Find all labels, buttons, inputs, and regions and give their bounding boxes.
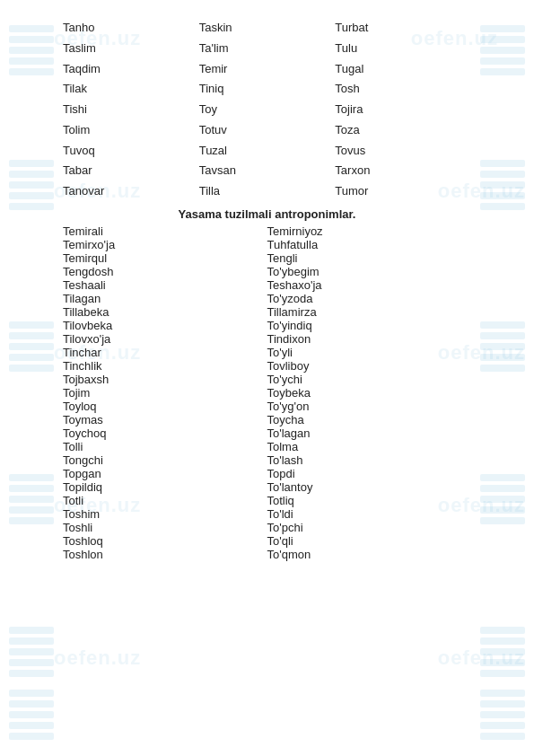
- watermark-logo-br3: [471, 620, 534, 685]
- list-item: Temirali: [63, 224, 267, 238]
- list-item: Tongchi: [63, 453, 267, 467]
- main-content: Tanho Taslim Taqdim Tilak Tishi Tolim Tu…: [0, 9, 534, 570]
- svg-rect-58: [480, 722, 525, 729]
- list-item: To'ychi: [267, 373, 472, 386]
- top-col-2: Taskin Ta'lim Temir Tiniq Toy Totuv Tuza…: [199, 18, 336, 202]
- list-item: Toshim: [63, 507, 267, 521]
- bottom-two-columns: Temirali Temirxo'ja Temirqul Tengdosh Te…: [63, 224, 471, 561]
- svg-rect-45: [480, 627, 525, 634]
- section-header: Yasama tuzilmali antroponimlar.: [63, 207, 471, 221]
- list-item: Tuvoq: [63, 141, 199, 162]
- list-item: Taqdim: [63, 59, 199, 80]
- list-item: Temirxo'ja: [63, 238, 267, 251]
- list-item: Tolma: [267, 440, 472, 453]
- list-item: Taslim: [63, 39, 199, 59]
- list-item: To'yg'on: [267, 400, 472, 413]
- svg-rect-48: [480, 659, 525, 666]
- list-item: Tillabeka: [63, 305, 267, 319]
- list-item: Tosh: [335, 79, 471, 100]
- list-item: Temirqul: [63, 251, 267, 265]
- list-item: Temir: [199, 59, 336, 80]
- list-item: Teshaxo'ja: [267, 278, 472, 292]
- list-item: Tuhfatulla: [267, 238, 472, 251]
- list-item: Tilovbeka: [63, 319, 267, 332]
- list-item: Tiniq: [199, 79, 336, 100]
- list-item: Totli: [63, 494, 267, 507]
- list-item: Toycha: [267, 413, 472, 426]
- list-item: Teshaali: [63, 278, 267, 292]
- svg-rect-51: [9, 700, 54, 708]
- list-item: Tarxon: [335, 161, 471, 181]
- svg-rect-40: [9, 627, 54, 634]
- list-item: Tavsan: [199, 161, 336, 181]
- list-item: Topgan: [63, 467, 267, 480]
- list-item: Tovus: [335, 141, 471, 162]
- list-item: Tojira: [335, 100, 471, 120]
- list-item: Tovliboy: [267, 359, 472, 373]
- list-item: Tindixon: [267, 332, 472, 346]
- list-item: Tanovar: [63, 181, 199, 202]
- list-item: Tumor: [335, 181, 471, 202]
- list-item: Topildiq: [63, 480, 267, 494]
- svg-rect-55: [480, 690, 525, 697]
- svg-rect-42: [9, 648, 54, 655]
- svg-rect-50: [9, 690, 54, 697]
- top-col-3: Turbat Tulu Tugal Tosh Tojira Toza Tovus…: [335, 18, 471, 202]
- top-three-columns: Tanho Taslim Taqdim Tilak Tishi Tolim Tu…: [63, 18, 471, 202]
- svg-rect-56: [480, 700, 525, 708]
- list-item: Tolli: [63, 440, 267, 453]
- svg-rect-52: [9, 711, 54, 718]
- list-item: Toy: [199, 100, 336, 120]
- svg-rect-47: [480, 648, 525, 655]
- list-item: Tojim: [63, 386, 267, 400]
- list-item: Toymas: [63, 413, 267, 426]
- list-item: To'yli: [267, 346, 472, 359]
- list-item: Tuzal: [199, 141, 336, 162]
- list-item: Tinchlik: [63, 359, 267, 373]
- svg-rect-57: [480, 711, 525, 718]
- list-item: To'lagan: [267, 426, 472, 440]
- list-item: Tanho: [63, 18, 199, 39]
- list-item: To'lash: [267, 453, 472, 467]
- list-item: Tishi: [63, 100, 199, 120]
- list-item: Tojbaxsh: [63, 373, 267, 386]
- list-item: Toshli: [63, 521, 267, 534]
- bottom-col-1: Temirali Temirxo'ja Temirqul Tengdosh Te…: [63, 224, 267, 561]
- list-item: Topdi: [267, 467, 472, 480]
- list-item: To'pchi: [267, 521, 472, 534]
- list-item: Taskin: [199, 18, 336, 39]
- list-item: Toza: [335, 120, 471, 141]
- list-item: Tilovxo'ja: [63, 332, 267, 346]
- svg-rect-43: [9, 659, 54, 666]
- svg-rect-44: [9, 670, 54, 677]
- list-item: To'ldi: [267, 507, 472, 521]
- page: oefen.uz oefen.uz oefen.uz oefen.uz oefe…: [0, 0, 534, 756]
- list-item: Turbat: [335, 18, 471, 39]
- list-item: Tabar: [63, 161, 199, 181]
- list-item: Temirniyoz: [267, 224, 472, 238]
- list-item: Tolim: [63, 120, 199, 141]
- watermark-text-bbl: oefen.uz: [54, 646, 141, 670]
- list-item: Toshloq: [63, 534, 267, 548]
- list-item: To'lantoy: [267, 480, 472, 494]
- svg-rect-46: [480, 637, 525, 645]
- list-item: Tilagan: [63, 292, 267, 305]
- list-item: Tinchar: [63, 346, 267, 359]
- top-col-1: Tanho Taslim Taqdim Tilak Tishi Tolim Tu…: [63, 18, 199, 202]
- list-item: Tilak: [63, 79, 199, 100]
- watermark-logo-bl4: [0, 682, 63, 748]
- svg-rect-59: [480, 733, 525, 740]
- list-item: Tengdosh: [63, 265, 267, 278]
- list-item: Tillamirza: [267, 305, 472, 319]
- list-item: To'qmon: [267, 548, 472, 561]
- svg-rect-41: [9, 637, 54, 645]
- svg-rect-53: [9, 722, 54, 729]
- list-item: To'yindiq: [267, 319, 472, 332]
- list-item: Toyloq: [63, 400, 267, 413]
- list-item: To'ybegim: [267, 265, 472, 278]
- list-item: Tengli: [267, 251, 472, 265]
- watermark-logo-bl3: [0, 620, 63, 685]
- list-item: Tugal: [335, 59, 471, 80]
- svg-rect-54: [9, 733, 54, 740]
- list-item: To'yzoda: [267, 292, 472, 305]
